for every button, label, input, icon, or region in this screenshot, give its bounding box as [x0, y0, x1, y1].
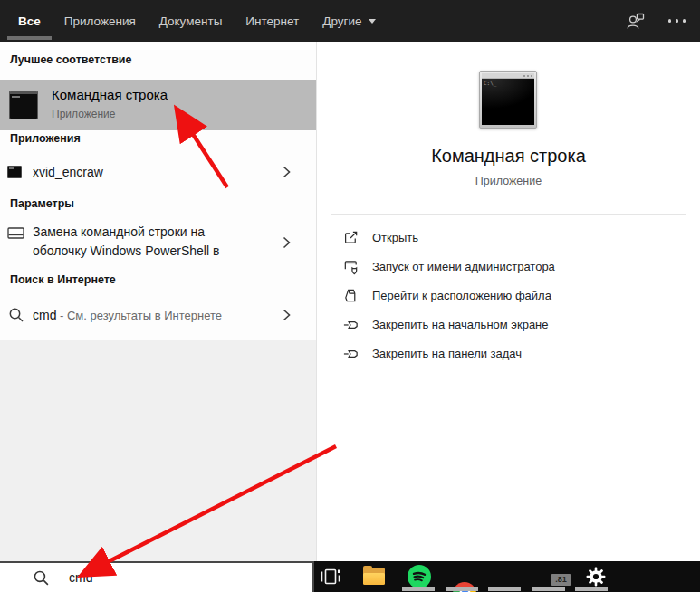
action-open-file-location[interactable]: Перейти к расположению файла	[331, 281, 686, 310]
tab-documents[interactable]: Документы	[159, 0, 223, 42]
tab-documents-label: Документы	[159, 14, 223, 28]
action-open[interactable]: Открыть	[331, 223, 686, 252]
settings-gear-icon[interactable]	[585, 566, 607, 587]
app-subtitle: Приложение	[317, 175, 700, 187]
search-input[interactable]: cmd	[0, 561, 314, 592]
pin-icon	[342, 345, 360, 362]
run-as-admin-shield-icon	[342, 258, 360, 275]
chevron-right-icon	[283, 309, 291, 321]
telegram-badge: .81	[551, 574, 571, 586]
chevron-right-icon	[283, 236, 291, 249]
system-setting-icon	[7, 226, 25, 241]
result-title: Командная строка	[52, 87, 168, 102]
chevron-right-icon	[283, 166, 291, 178]
pin-icon	[342, 316, 360, 333]
result-label: Замена командной строки на оболочку Wind…	[33, 223, 219, 261]
cmd-prompt-text: C:\_	[484, 80, 496, 86]
spotify-icon[interactable]	[408, 565, 431, 588]
action-label: Закрепить на начальном экране	[372, 318, 549, 331]
search-icon	[33, 569, 50, 587]
open-icon	[342, 229, 360, 246]
tab-all[interactable]: Все	[18, 0, 41, 42]
setting-line-2: оболочку Windows PowerShell в	[33, 242, 219, 261]
result-web-search-cmd[interactable]: cmd - См. результаты в Интернете	[0, 297, 316, 333]
running-indicator-discord	[488, 587, 521, 591]
action-label: Открыть	[372, 231, 418, 244]
tab-web[interactable]: Интернет	[245, 0, 299, 42]
chevron-down-icon	[369, 19, 376, 24]
tab-web-label: Интернет	[245, 14, 299, 28]
task-view-icon[interactable]	[320, 566, 341, 587]
section-apps: Приложения	[10, 132, 81, 145]
tab-apps-label: Приложения	[64, 14, 136, 28]
results-panel: Лучшее соответствие Командная строка При…	[0, 42, 316, 561]
actions-divider	[331, 214, 686, 215]
action-label: Запуск от имени администратора	[372, 260, 555, 273]
tab-all-label: Все	[18, 14, 41, 28]
search-icon	[8, 307, 24, 323]
action-run-as-admin[interactable]: Запуск от имени администратора	[331, 252, 686, 281]
running-indicator-spotify	[402, 587, 435, 591]
command-prompt-large-icon: C:\_	[479, 71, 537, 129]
action-pin-to-taskbar[interactable]: Закрепить на панели задач	[331, 339, 686, 368]
result-label: xvid_encraw	[33, 165, 103, 179]
running-indicator-telegram	[532, 587, 565, 591]
section-best-match: Лучшее соответствие	[10, 53, 131, 66]
more-options-icon[interactable]	[666, 14, 688, 28]
search-filter-header: Все Приложения Документы Интернет Другие	[0, 0, 700, 42]
taskbar: cmd	[0, 561, 700, 592]
running-indicator-settings	[575, 587, 608, 591]
spotify-waves-icon	[408, 565, 431, 588]
action-label: Закрепить на панели задач	[372, 347, 522, 360]
file-explorer-icon[interactable]	[363, 568, 385, 585]
windows-search-window: Все Приложения Документы Интернет Другие	[0, 0, 700, 592]
section-settings: Параметры	[10, 197, 74, 210]
action-label: Перейти к расположению файла	[372, 289, 551, 302]
command-prompt-icon	[9, 91, 38, 119]
result-command-prompt[interactable]: Командная строка Приложение	[0, 80, 316, 130]
result-subtitle: Приложение	[52, 108, 115, 120]
file-location-icon	[342, 287, 360, 304]
active-tab-underline	[7, 36, 52, 40]
app-title: Командная строка	[317, 146, 700, 167]
section-web-search: Поиск в Интернете	[10, 273, 116, 286]
web-note: - См. результаты в Интернете	[60, 309, 222, 322]
action-pin-to-start[interactable]: Закрепить на начальном экране	[331, 310, 686, 339]
result-xvid-encraw[interactable]: xvid_encraw	[0, 154, 316, 190]
results-list: Лучшее соответствие Командная строка При…	[0, 42, 316, 340]
app-window-icon	[7, 166, 22, 178]
tab-apps[interactable]: Приложения	[64, 0, 136, 42]
setting-line-1: Замена командной строки на	[33, 223, 219, 242]
feedback-person-icon[interactable]	[625, 10, 647, 32]
tab-more-label: Другие	[322, 14, 361, 28]
details-panel: C:\_ Командная строка Приложение Открыть	[317, 42, 700, 561]
tab-more[interactable]: Другие	[322, 0, 376, 42]
result-powershell-setting[interactable]: Замена командной строки на оболочку Wind…	[0, 217, 316, 268]
web-query: cmd	[33, 308, 56, 322]
running-indicator-chrome	[446, 587, 478, 591]
filter-tabs: Все Приложения Документы Интернет Другие	[18, 0, 376, 42]
search-input-value: cmd	[69, 570, 92, 585]
